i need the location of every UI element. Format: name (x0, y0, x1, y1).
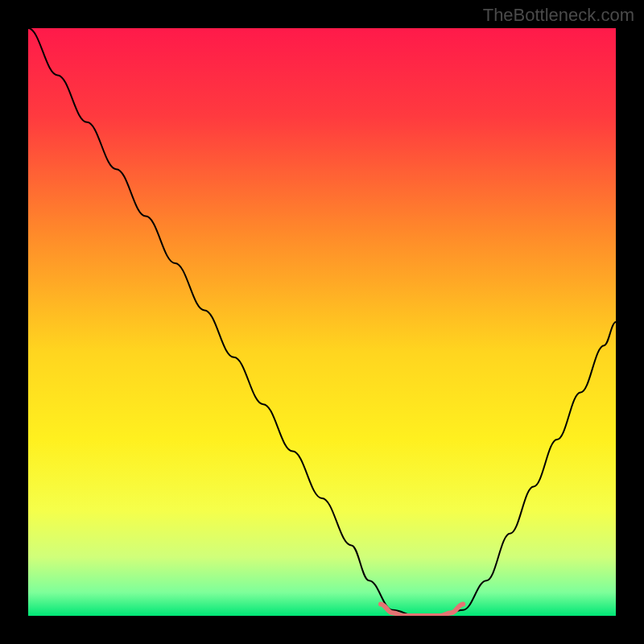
curve-layer (28, 28, 616, 616)
plot-area (28, 28, 616, 616)
bottleneck-curve (28, 28, 616, 616)
watermark-text: TheBottleneck.com (483, 5, 634, 26)
